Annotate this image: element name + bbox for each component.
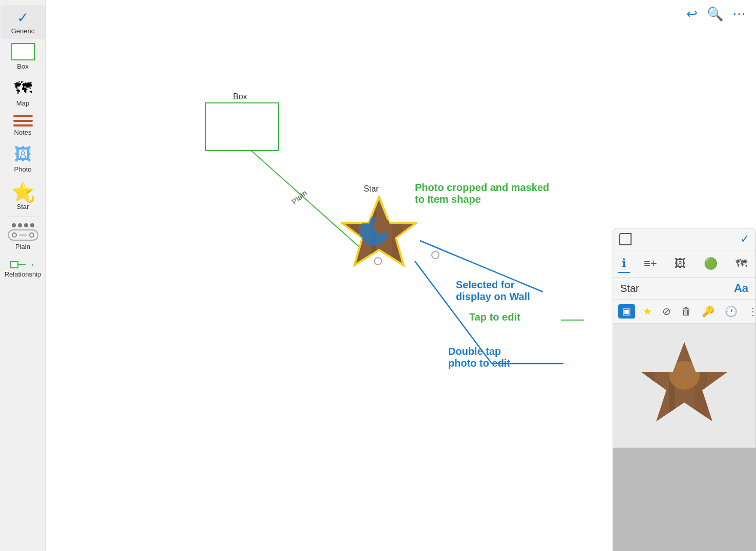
svg-line-5 [415, 261, 492, 364]
sidebar-label-star: Star [17, 203, 29, 210]
sidebar-item-notes[interactable]: Notes [1, 111, 46, 140]
sidebar-item-map[interactable]: 🗺 Map [1, 74, 46, 111]
annotation-tap-edit: Tap to edit [469, 311, 520, 323]
sidebar-item-relationship[interactable]: → Relationship [1, 255, 46, 282]
svg-point-17 [373, 217, 390, 234]
svg-rect-22 [695, 337, 707, 434]
panel-tab-add[interactable]: ≡+ [640, 255, 661, 272]
sidebar-label-relationship: Relationship [5, 270, 41, 278]
canvas-star[interactable] [341, 195, 417, 273]
sidebar-item-photo[interactable]: 🖼 Photo [1, 140, 46, 177]
annotation-photo-crop: Photo cropped and masked to Item shape [415, 182, 558, 205]
canvas-box[interactable] [205, 102, 279, 151]
star-icon: ⭐ 🌙 [11, 181, 34, 203]
panel-bottom [613, 448, 756, 551]
panel-image-area[interactable] [613, 324, 755, 448]
annotation-double-tap: Double tapphoto to edit [448, 346, 510, 369]
sidebar-label-map: Map [16, 99, 29, 107]
panel-tabs: ℹ ≡+ 🖼 🟢 🗺 [613, 250, 755, 278]
sidebar-item-plain[interactable]: Plain [1, 219, 46, 255]
star-shape-canvas [341, 195, 417, 271]
divider [5, 217, 41, 217]
sidebar-label-notes: Notes [14, 129, 32, 136]
back-icon[interactable]: ↩ [686, 6, 698, 22]
action-more-btn[interactable]: ⋮ [745, 304, 756, 319]
panel-name-row: Star Aa [613, 278, 755, 300]
panel-name-text: Star [620, 283, 639, 294]
action-star-btn[interactable]: ★ [640, 304, 655, 319]
svg-line-4 [420, 241, 543, 292]
svg-rect-20 [646, 337, 655, 434]
panel-tab-map[interactable]: 🗺 [731, 255, 751, 272]
svg-text:Plain: Plain [290, 188, 308, 206]
sidebar-item-star[interactable]: ⭐ 🌙 Star [1, 177, 46, 215]
right-panel: ✓ ℹ ≡+ 🖼 🟢 🗺 Star Aa ▣ ★ ⊘ 🗑 🔑 🕐 ⋮ [613, 228, 756, 448]
canvas-box-label: Box [233, 92, 247, 101]
notes-icon [13, 115, 33, 126]
sidebar: ✓ Generic Box 🗺 Map Notes 🖼 Photo ⭐ 🌙 St… [0, 0, 46, 551]
more-icon[interactable]: ⋯ [732, 6, 746, 22]
panel-corner-icon [619, 233, 632, 245]
panel-font-button[interactable]: Aa [734, 282, 748, 295]
panel-tab-image[interactable]: 🖼 [670, 255, 690, 272]
search-icon[interactable]: 🔍 [707, 6, 723, 22]
action-display-btn[interactable]: ▣ [618, 304, 635, 319]
top-bar: ↩ 🔍 ⋯ [654, 0, 756, 28]
action-delete-btn[interactable]: 🗑 [679, 304, 694, 319]
action-key-btn[interactable]: 🔑 [699, 304, 717, 319]
relationship-icon: → [10, 259, 36, 270]
sidebar-label-box: Box [17, 62, 28, 70]
panel-star-image [633, 337, 736, 434]
plain-connector-icon [8, 223, 38, 241]
sidebar-item-box[interactable]: Box [1, 39, 46, 74]
action-clock-btn[interactable]: 🕐 [722, 304, 740, 319]
svg-point-23 [669, 361, 700, 390]
panel-actions: ▣ ★ ⊘ 🗑 🔑 🕐 ⋮ [613, 300, 755, 324]
panel-chevron-icon[interactable]: ✓ [740, 232, 749, 246]
map-icon: 🗺 [14, 78, 32, 98]
panel-tab-color[interactable]: 🟢 [700, 255, 722, 272]
annotation-selected-wall: Selected fordisplay on Wall [456, 279, 530, 303]
canvas-star-label: Star [364, 184, 379, 194]
panel-header: ✓ [613, 228, 755, 250]
action-slash-btn[interactable]: ⊘ [660, 304, 674, 319]
sidebar-label-generic: Generic [11, 27, 35, 35]
sidebar-item-generic[interactable]: ✓ Generic [1, 5, 46, 39]
photo-icon: 🖼 [14, 144, 32, 164]
panel-tab-info[interactable]: ℹ [618, 255, 630, 273]
box-icon [11, 43, 35, 60]
checkmark-icon: ✓ [17, 9, 29, 26]
canvas: Plain Box Star [46, 0, 756, 551]
svg-point-9 [432, 251, 439, 259]
sidebar-label-plain: Plain [15, 243, 30, 250]
sidebar-label-photo: Photo [14, 165, 32, 173]
